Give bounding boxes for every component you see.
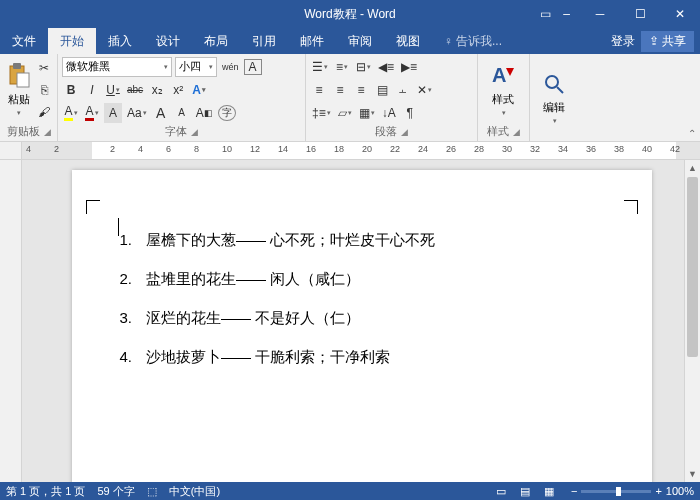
ruler-tick: 18	[334, 144, 344, 154]
align-left-button[interactable]: ≡	[310, 80, 328, 100]
clear-format-button[interactable]: A◧	[194, 103, 215, 123]
font-size-combo[interactable]: 小四▾	[175, 57, 217, 77]
format-painter-button[interactable]: 🖌	[35, 102, 53, 122]
tell-me[interactable]: ♀ 告诉我...	[432, 28, 514, 54]
decrease-indent-button[interactable]: ◀≡	[376, 57, 396, 77]
scroll-thumb[interactable]	[687, 177, 698, 357]
justify-button[interactable]: ▤	[373, 80, 391, 100]
font-name-combo[interactable]: 微软雅黑▾	[62, 57, 172, 77]
font-color-button[interactable]: A▾	[83, 103, 101, 123]
tab-design[interactable]: 设计	[144, 28, 192, 54]
read-mode-button[interactable]: ▭	[491, 484, 511, 498]
list-item[interactable]: 2.盐堆里的花生—— 闲人（咸仁）	[112, 259, 612, 298]
tab-view[interactable]: 视图	[384, 28, 432, 54]
grow-font-button[interactable]: A	[152, 103, 170, 123]
styles-button[interactable]: A 样式 ▾	[482, 56, 524, 123]
ruler-track[interactable]: 4224681012141618202224262830323436384042	[22, 142, 700, 159]
paragraph-launcher[interactable]: ◢	[401, 127, 408, 137]
scroll-up-button[interactable]: ▲	[685, 160, 700, 176]
vertical-scrollbar[interactable]: ▲ ▼	[684, 160, 700, 482]
shading-button[interactable]: ▱▾	[336, 103, 354, 123]
strike-button[interactable]: abc	[125, 80, 145, 100]
styles-launcher[interactable]: ◢	[513, 127, 520, 137]
line-spacing-button[interactable]: ‡≡▾	[310, 103, 333, 123]
document-area[interactable]: 1.屋檐下的大葱—— 心不死；叶烂皮干心不死 2.盐堆里的花生—— 闲人（咸仁）…	[22, 160, 684, 482]
minimize-ribbon-icon[interactable]: –	[563, 7, 570, 21]
italic-button[interactable]: I	[83, 80, 101, 100]
collapse-ribbon-button[interactable]: ⌃	[688, 128, 696, 139]
ruler-tick: 36	[586, 144, 596, 154]
word-count[interactable]: 59 个字	[97, 484, 134, 499]
align-center-button[interactable]: ≡	[331, 80, 349, 100]
clipboard-launcher[interactable]: ◢	[44, 127, 51, 137]
page[interactable]: 1.屋檐下的大葱—— 心不死；叶烂皮干心不死 2.盐堆里的花生—— 闲人（咸仁）…	[72, 170, 652, 482]
distribute-button[interactable]: ⫠	[394, 80, 412, 100]
zoom-handle[interactable]	[616, 487, 621, 496]
enclose-char-button[interactable]: 字	[218, 105, 236, 121]
minimize-button[interactable]: ─	[580, 0, 620, 28]
text-effects-button[interactable]: A▾	[190, 80, 208, 100]
align-right-button[interactable]: ≡	[352, 80, 370, 100]
font-launcher[interactable]: ◢	[191, 127, 198, 137]
copy-button[interactable]: ⎘	[35, 80, 53, 100]
web-layout-button[interactable]: ▦	[539, 484, 559, 498]
shrink-font-button[interactable]: A	[173, 103, 191, 123]
char-border-button[interactable]: A	[244, 59, 262, 75]
proofing-icon[interactable]: ⬚	[147, 485, 157, 498]
group-editing: 编辑 ▾	[530, 54, 578, 141]
list-item[interactable]: 3.沤烂的花生—— 不是好人（仁）	[112, 298, 612, 337]
list-item[interactable]: 1.屋檐下的大葱—— 心不死；叶烂皮干心不死	[112, 220, 612, 259]
cut-button[interactable]: ✂	[35, 58, 53, 78]
horizontal-ruler[interactable]: 4224681012141618202224262830323436384042	[0, 142, 700, 160]
close-button[interactable]: ✕	[660, 0, 700, 28]
highlight-button[interactable]: A▾	[62, 103, 80, 123]
paste-button[interactable]: 粘贴 ▾	[4, 56, 33, 123]
pinyin-guide-button[interactable]: wén	[220, 57, 241, 77]
tab-home[interactable]: 开始	[48, 28, 96, 54]
borders-button[interactable]: ▦▾	[357, 103, 377, 123]
share-icon: ⇪	[649, 34, 659, 48]
print-layout-button[interactable]: ▤	[515, 484, 535, 498]
subscript-button[interactable]: x₂	[148, 80, 166, 100]
asian-layout-button[interactable]: ✕▾	[415, 80, 434, 100]
tab-mailings[interactable]: 邮件	[288, 28, 336, 54]
ruler-tick: 34	[558, 144, 568, 154]
spacing-icon: ‡≡	[312, 106, 326, 120]
ruler-corner	[0, 142, 22, 159]
zoom-in-button[interactable]: +	[655, 485, 661, 497]
share-button[interactable]: ⇪ 共享	[641, 31, 694, 52]
tab-references[interactable]: 引用	[240, 28, 288, 54]
show-marks-button[interactable]: ¶	[401, 103, 419, 123]
sort-button[interactable]: ↓A	[380, 103, 398, 123]
multilevel-button[interactable]: ⊟▾	[354, 57, 373, 77]
zoom-level[interactable]: 100%	[666, 485, 694, 497]
document-content[interactable]: 1.屋檐下的大葱—— 心不死；叶烂皮干心不死 2.盐堆里的花生—— 闲人（咸仁）…	[112, 220, 612, 376]
numbering-button[interactable]: ≡▾	[333, 57, 351, 77]
char-shading-button[interactable]: A	[104, 103, 122, 123]
ruler-tick: 8	[194, 144, 199, 154]
bold-button[interactable]: B	[62, 80, 80, 100]
scroll-down-button[interactable]: ▼	[685, 466, 700, 482]
bullets-button[interactable]: ☰▾	[310, 57, 330, 77]
ribbon-options-icon[interactable]: ▭	[540, 7, 551, 21]
maximize-button[interactable]: ☐	[620, 0, 660, 28]
font-label: 字体	[165, 124, 187, 139]
superscript-button[interactable]: x²	[169, 80, 187, 100]
editing-button[interactable]: 编辑 ▾	[534, 56, 574, 138]
page-indicator[interactable]: 第 1 页，共 1 页	[6, 484, 85, 499]
tab-file[interactable]: 文件	[0, 28, 48, 54]
login-link[interactable]: 登录	[611, 33, 635, 50]
zoom-out-button[interactable]: −	[571, 485, 577, 497]
increase-indent-button[interactable]: ▶≡	[399, 57, 419, 77]
tab-layout[interactable]: 布局	[192, 28, 240, 54]
tab-review[interactable]: 审阅	[336, 28, 384, 54]
underline-button[interactable]: U▾	[104, 80, 122, 100]
list-item[interactable]: 4.沙地拔萝卜—— 干脆利索；干净利索	[112, 337, 612, 376]
ribbon: 粘贴 ▾ ✂ ⎘ 🖌 剪贴板◢ 微软雅黑▾ 小四▾ wén A B	[0, 54, 700, 142]
vertical-ruler[interactable]	[0, 160, 22, 482]
zoom-slider[interactable]	[581, 490, 651, 493]
tab-insert[interactable]: 插入	[96, 28, 144, 54]
paste-icon	[5, 62, 33, 90]
language-indicator[interactable]: 中文(中国)	[169, 484, 220, 499]
change-case-button[interactable]: Aa▾	[125, 103, 149, 123]
